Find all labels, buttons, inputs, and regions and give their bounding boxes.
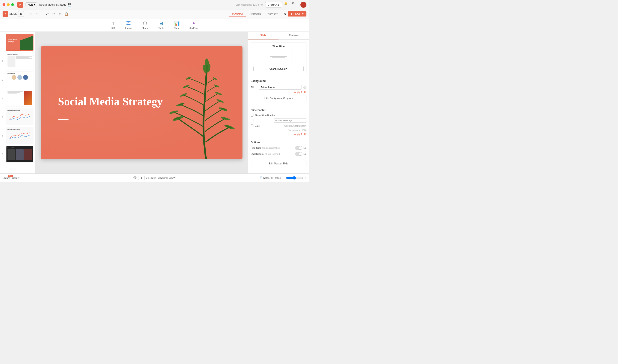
mail-icon[interactable]: ✉ <box>292 2 298 8</box>
slide-wrap-7: 7 Content Style <box>6 146 33 163</box>
main-slide-canvas[interactable]: Social Media Strategy <box>41 46 243 159</box>
review-tab[interactable]: REVIEW <box>265 11 281 17</box>
share-button[interactable]: ⤴ SHARE <box>265 2 282 8</box>
update-automatically-label: Update Automatically <box>284 125 306 127</box>
cut-button[interactable]: ✂ <box>51 11 56 16</box>
date-checkbox[interactable] <box>251 124 253 127</box>
zoom-slider[interactable] <box>286 176 303 180</box>
animate-tab[interactable]: ANIMATE <box>247 11 264 17</box>
play-button[interactable]: ▶ PLAY ▾ <box>288 11 306 16</box>
notes-button[interactable]: 📄 Notes <box>260 176 270 179</box>
show-slide-number-checkbox[interactable] <box>251 114 253 117</box>
layout-preview: Title Slide Change Layout ▾ <box>251 42 306 74</box>
notes-icon: 📄 <box>260 176 262 179</box>
redo-button[interactable]: ↪ <box>35 11 40 16</box>
insert-shape-button[interactable]: ⬡ Shape <box>140 20 150 30</box>
zoom-out-icon[interactable]: − <box>283 176 284 180</box>
slide-wrap-1: 1 Social MediaStrategy <box>6 34 33 51</box>
close-button[interactable] <box>2 3 5 6</box>
insert-addons-label: AddOns <box>190 27 198 29</box>
slides-panel: 1 Social MediaStrategy 2 Company Overvie… <box>0 32 35 173</box>
slide-thumbnail-1[interactable]: Social MediaStrategy <box>6 34 33 51</box>
apply-to-all-background[interactable]: Apply To All <box>251 91 306 93</box>
fill-dropdown[interactable]: Follow Layout ▾ <box>259 85 302 90</box>
layout-preview-image <box>266 50 291 64</box>
main-layout: 1 Social MediaStrategy 2 Company Overvie… <box>0 32 309 173</box>
chat-icon[interactable]: 💬 <box>134 176 137 179</box>
date-label[interactable]: Date <box>251 124 283 127</box>
gallery-button[interactable]: Gallery <box>12 177 20 179</box>
lock-slide-labels: Lock Slide(s) ( From Editing ) <box>251 152 280 156</box>
insert-text-button[interactable]: T Text <box>109 20 117 30</box>
slide-thumbnail-4[interactable] <box>6 90 33 107</box>
page-number-input[interactable] <box>138 176 145 180</box>
background-divider <box>251 77 306 77</box>
layout-title: Title Slide <box>253 45 304 48</box>
toggle-knob-2 <box>299 152 302 156</box>
maximize-button[interactable] <box>11 3 14 6</box>
lock-slide-toggle[interactable] <box>295 152 302 156</box>
grid-icon[interactable]: ⊞ <box>271 176 273 180</box>
chart-icon: 📊 <box>174 21 180 26</box>
slide-wrap-3: 3 Meet the Team <box>6 71 33 88</box>
slide-themes-tabs: Slide Themes <box>248 32 309 40</box>
edit-master-slide-button[interactable]: Edit Master Slide <box>251 160 306 167</box>
hide-slide-toggle[interactable] <box>295 146 302 150</box>
file-menu-button[interactable]: FILE ▾ <box>26 2 37 7</box>
last-modified-label: Last modified at 12:38 PM <box>236 3 263 6</box>
paste-button[interactable]: 📋 <box>63 11 69 16</box>
slide-thumbnail-7[interactable]: Content Style <box>6 146 33 163</box>
insert-image-label: Image <box>125 27 132 29</box>
insert-image-button[interactable]: 🖼 Image <box>124 20 134 30</box>
show-slide-number-label[interactable]: Show Slide Number <box>251 114 306 117</box>
slide-tab[interactable]: Slide <box>248 32 278 39</box>
hide-bg-graphics-button[interactable]: Hide Background Graphics <box>251 95 306 101</box>
insert-chart-button[interactable]: 📊 Chart <box>172 20 181 30</box>
minimize-button[interactable] <box>7 3 10 6</box>
title-bar: K FILE ▾ Social Media Strategy 💾 Last mo… <box>0 0 309 9</box>
copy-style-button[interactable]: 🖌 <box>44 11 50 16</box>
format-tab[interactable]: FORMAT <box>229 11 246 17</box>
right-panel: Slide Themes Title Slide Change Layout ▾ <box>248 32 309 173</box>
svg-point-5 <box>185 76 192 80</box>
options-section-title: Options <box>251 141 306 144</box>
text-icon: T <box>112 21 114 26</box>
insert-table-button[interactable]: ⊞ Table <box>157 20 166 30</box>
apply-to-all-footer[interactable]: Apply To All <box>251 133 306 135</box>
slide-thumbnail-2[interactable]: Company Overview <box>6 52 33 69</box>
show-slide-number-row: Show Slide Number <box>251 114 306 117</box>
background-section-title: Background <box>251 79 306 82</box>
normal-view-button[interactable]: ⊞ Normal View ▾ <box>158 176 176 179</box>
bottom-right: 📄 Notes ⊞ 100% − + <box>207 176 306 180</box>
bottom-bar: Library New Gallery 💬 / 1 Slides ⊞ Norma… <box>0 173 309 182</box>
change-layout-button[interactable]: Change Layout ▾ <box>253 66 304 71</box>
svg-point-11 <box>214 84 220 88</box>
notifications-icon[interactable]: 🔔 <box>284 2 290 8</box>
slide-thumbnail-5[interactable]: Performance by Platform <box>6 108 33 125</box>
grid-view-button[interactable]: ⊞ <box>18 11 24 17</box>
slide-mode-label: SLIDE <box>9 13 17 15</box>
insert-shape-label: Shape <box>142 27 149 29</box>
canvas-area: Social Media Strategy <box>35 32 248 173</box>
save-icon: 💾 <box>68 3 71 6</box>
footer-section-title: Slide Footer <box>251 109 306 112</box>
zoom-in-icon[interactable]: + <box>305 176 306 180</box>
slide-thumbnail-3[interactable]: Meet the Team <box>6 71 33 88</box>
app-icon: K <box>17 2 23 8</box>
undo-button[interactable]: ↩ <box>28 11 33 16</box>
app-logo-small: K <box>2 11 8 17</box>
avatar[interactable] <box>301 2 306 8</box>
footer-message-input[interactable] <box>274 118 306 123</box>
fill-color-dot[interactable] <box>303 86 306 89</box>
slide-wrap-4: 4 <box>6 90 33 107</box>
slide-thumbnail-6[interactable]: Performance by Platform <box>6 127 33 144</box>
slide-num-7: 7 <box>2 153 3 156</box>
footer-message-label[interactable] <box>251 119 272 122</box>
footer-message-checkbox[interactable] <box>251 119 253 122</box>
footer-divider <box>251 106 306 106</box>
copy-button[interactable]: ⎘ <box>58 11 62 16</box>
date-row: Date Update Automatically <box>251 124 306 127</box>
themes-tab[interactable]: Themes <box>278 32 309 39</box>
insert-addons-button[interactable]: ✦ AddOns <box>188 20 200 30</box>
settings-icon-area[interactable]: ⚙ <box>284 13 287 15</box>
